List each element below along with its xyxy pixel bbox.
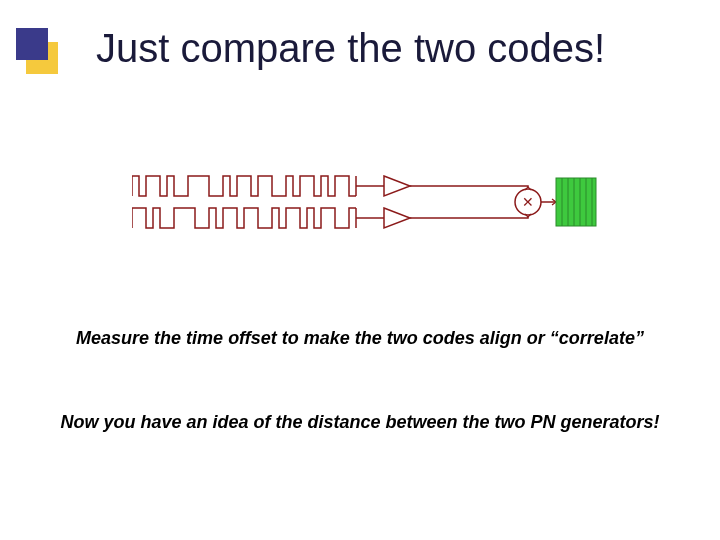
blue-square: [16, 28, 48, 60]
caption-measure: Measure the time offset to make the two …: [0, 328, 720, 349]
multiply-symbol: ✕: [522, 194, 534, 210]
diagram-svg: ✕: [132, 160, 602, 250]
code-alignment-diagram: ✕: [132, 160, 602, 250]
buffer-bottom-icon: [384, 208, 410, 228]
correlator-output: [556, 178, 596, 226]
code2-wave: [132, 208, 356, 228]
buffer-top-icon: [384, 176, 410, 196]
wire-bottom-to-mixer: [410, 216, 528, 218]
wire-top-to-mixer: [410, 186, 528, 188]
page-title: Just compare the two codes!: [96, 26, 605, 71]
code1-wave: [132, 176, 356, 196]
caption-distance: Now you have an idea of the distance bet…: [0, 412, 720, 433]
slide: Just compare the two codes!: [0, 0, 720, 540]
